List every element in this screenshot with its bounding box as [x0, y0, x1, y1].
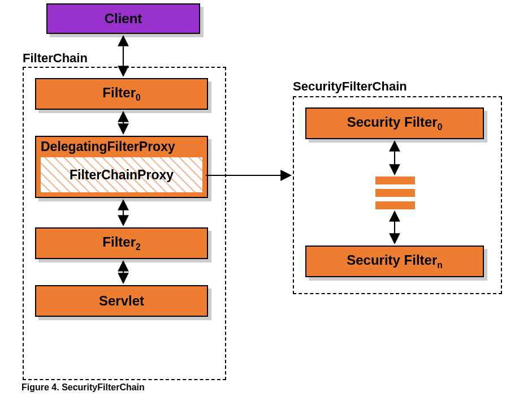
- figure-caption: Figure 4. SecurityFilterChain: [21, 382, 145, 393]
- filter2-label: Filter2: [102, 234, 140, 252]
- client-box: Client: [46, 3, 200, 34]
- servlet-box: Servlet: [35, 285, 208, 317]
- filterchain-label: FilterChain: [23, 51, 88, 66]
- filter2-box: Filter2: [35, 227, 208, 259]
- security-filter-0-label: Security Filter0: [347, 114, 443, 132]
- ellipsis-bar-2: [375, 189, 415, 197]
- delegating-filter-proxy-label: DelegatingFilterProxy: [41, 139, 175, 154]
- filter-chain-proxy-box: FilterChainProxy: [40, 156, 204, 193]
- security-filter-n-label: Security Filtern: [347, 252, 443, 270]
- ellipsis-bar-3: [375, 201, 415, 209]
- security-filter-0-box: Security Filter0: [305, 107, 484, 139]
- client-label: Client: [105, 11, 142, 27]
- filter0-label: Filter0: [102, 85, 140, 103]
- ellipsis-bar-1: [375, 177, 415, 184]
- filterchain-container: [23, 67, 226, 380]
- filter0-box: Filter0: [35, 78, 208, 110]
- securityfilterchain-label: SecurityFilterChain: [293, 79, 407, 94]
- servlet-label: Servlet: [99, 293, 144, 309]
- security-filter-n-box: Security Filtern: [305, 246, 484, 277]
- filter-chain-proxy-label: FilterChainProxy: [41, 167, 202, 183]
